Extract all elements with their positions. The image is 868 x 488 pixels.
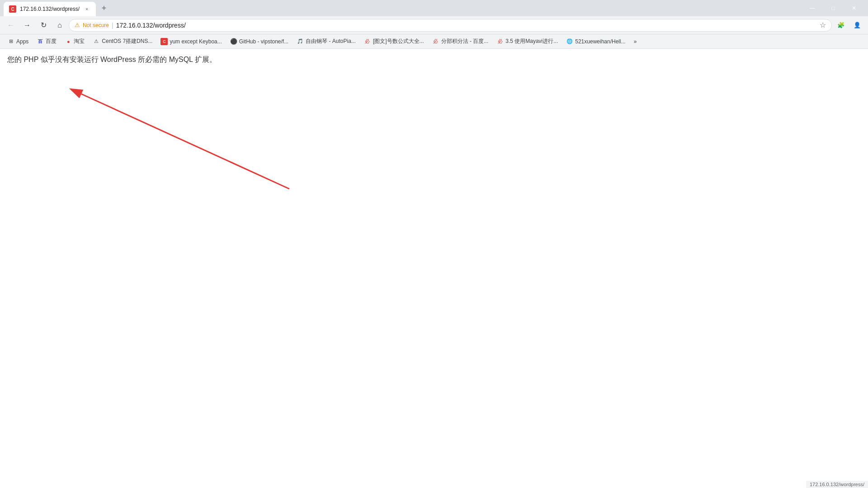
mayavi-icon: 必 — [496, 38, 504, 45]
formula-icon: 必 — [364, 38, 371, 45]
security-icon: ⚠ — [75, 22, 80, 28]
yum-icon: C — [160, 38, 168, 45]
bookmark-mayavi[interactable]: 必 3.5 使用Mayavi进行... — [493, 36, 561, 47]
new-tab-button[interactable]: + — [98, 2, 110, 14]
separator: | — [112, 22, 113, 29]
bookmark-521[interactable]: 🌐 521xueweihan/Hell... — [562, 36, 629, 47]
navigation-bar: ← → ↻ ⌂ ⚠ Not secure | 172.16.0.132/word… — [0, 16, 868, 34]
apps-icon: ⊞ — [7, 38, 14, 45]
tab-close-button[interactable]: × — [83, 5, 90, 13]
forward-button[interactable]: → — [20, 18, 34, 33]
url-display: 172.16.0.132/wordpress/ — [116, 22, 186, 29]
bookmark-integral[interactable]: 必 分部积分法 - 百度... — [429, 36, 492, 47]
svg-line-1 — [81, 94, 289, 189]
home-button[interactable]: ⌂ — [52, 18, 67, 33]
bookmark-formula[interactable]: 必 [图文]号数公式大全... — [360, 36, 428, 47]
tab-label: 172.16.0.132/wordpress/ — [20, 6, 80, 12]
back-button[interactable]: ← — [4, 18, 18, 33]
bookmark-baidu[interactable]: 百 百度 — [33, 36, 60, 47]
tab-strip: C 172.16.0.132/wordpress/ × + — □ ✕ — [0, 0, 868, 16]
baidu-icon: 百 — [37, 38, 44, 45]
address-bar-icons: ☆ — [820, 21, 826, 29]
bookmark-integral-label: 分部积分法 - 百度... — [441, 38, 489, 45]
bookmark-piano-label: 自由钢琴 - AutoPia... — [306, 38, 356, 45]
refresh-button[interactable]: ↻ — [36, 18, 51, 33]
more-bookmarks-label: » — [634, 38, 637, 45]
bookmark-taobao-label: 淘宝 — [74, 38, 85, 45]
status-text: 172.16.0.132/wordpress/ — [810, 482, 864, 487]
status-bar: 172.16.0.132/wordpress/ — [806, 481, 868, 488]
bookmark-baidu-label: 百度 — [46, 38, 57, 45]
close-button[interactable]: ✕ — [844, 0, 864, 16]
arrow-annotation — [68, 85, 303, 202]
bookmarks-bar: ⊞ Apps 百 百度 ● 淘宝 ⚠ CentOS 7搭建DNS... C yu… — [0, 34, 868, 49]
address-bar[interactable]: ⚠ Not secure | 172.16.0.132/wordpress/ ☆ — [69, 19, 832, 32]
bookmark-taobao[interactable]: ● 淘宝 — [61, 36, 88, 47]
minimize-button[interactable]: — — [802, 0, 823, 16]
bookmark-yum-label: yum except Keyboa... — [170, 38, 222, 45]
github-icon: ⚫ — [230, 38, 237, 45]
bookmark-mayavi-label: 3.5 使用Mayavi进行... — [505, 38, 558, 45]
bookmark-formula-label: [图文]号数公式大全... — [373, 38, 424, 45]
centos-icon: ⚠ — [93, 38, 100, 45]
content-area: 您的 PHP 似乎没有安装运行 WordPress 所必需的 MySQL 扩展。 — [0, 49, 868, 488]
window-controls: — □ ✕ — [802, 0, 864, 16]
bookmark-yum[interactable]: C yum except Keyboa... — [157, 36, 225, 47]
piano-icon: 🎵 — [297, 38, 304, 45]
tab-favicon: C — [9, 5, 16, 13]
bookmark-centos[interactable]: ⚠ CentOS 7搭建DNS... — [89, 36, 156, 47]
taobao-icon: ● — [65, 38, 72, 45]
extensions-button[interactable]: 🧩 — [834, 18, 848, 33]
bookmark-piano[interactable]: 🎵 自由钢琴 - AutoPia... — [293, 36, 359, 47]
profile-button[interactable]: 👤 — [850, 18, 864, 33]
maximize-button[interactable]: □ — [823, 0, 844, 16]
bookmark-centos-label: CentOS 7搭建DNS... — [102, 38, 152, 45]
not-secure-label: Not secure — [83, 22, 109, 28]
integral-icon: 必 — [432, 38, 439, 45]
active-tab[interactable]: C 172.16.0.132/wordpress/ × — [4, 2, 96, 16]
bookmark-star-icon[interactable]: ☆ — [820, 21, 826, 29]
bookmark-github-label: GitHub - vipstone/f... — [239, 38, 288, 45]
error-message: 您的 PHP 似乎没有安装运行 WordPress 所必需的 MySQL 扩展。 — [7, 54, 861, 65]
bookmark-more[interactable]: » — [630, 36, 641, 47]
521-icon: 🌐 — [566, 38, 573, 45]
bookmark-apps-label: Apps — [16, 38, 28, 45]
bookmark-github[interactable]: ⚫ GitHub - vipstone/f... — [226, 36, 292, 47]
bookmark-apps[interactable]: ⊞ Apps — [4, 36, 32, 47]
bookmark-521-label: 521xueweihan/Hell... — [575, 38, 625, 45]
